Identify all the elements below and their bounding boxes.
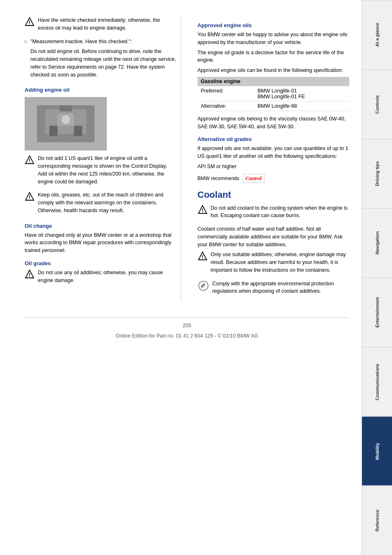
warning-block-1: ! Have the vehicle checked immediately; … bbox=[25, 16, 177, 35]
right-column: Approved engine oils You BMW center will… bbox=[194, 16, 350, 301]
right-sidebar: At a glance Controls Driving tips Naviga… bbox=[362, 0, 392, 555]
svg-point-9 bbox=[61, 115, 71, 125]
svg-rect-6 bbox=[60, 105, 72, 111]
left-column: ! Have the vehicle checked immediately; … bbox=[25, 16, 181, 301]
approved-oils-p1: You BMW center will be happy to advise y… bbox=[198, 31, 350, 46]
svg-rect-7 bbox=[49, 126, 58, 136]
viscosity-text: Approved engine oils belong to the visco… bbox=[198, 115, 350, 131]
sidebar-tab-driving-tips[interactable]: Driving tips bbox=[362, 139, 392, 208]
table-label-alternative: Alternative: bbox=[198, 101, 254, 111]
page-number: 205 bbox=[25, 322, 349, 330]
coolant-warning-text-2: Only use suitable additives; otherwise, … bbox=[211, 251, 350, 274]
main-content: ! Have the vehicle checked immediately; … bbox=[0, 0, 362, 555]
castrol-logo: Castrol bbox=[243, 174, 265, 183]
svg-text:!: ! bbox=[29, 194, 30, 200]
svg-rect-8 bbox=[74, 126, 82, 136]
sidebar-tab-reference[interactable]: Reference bbox=[362, 486, 392, 555]
sidebar-tab-at-a-glance[interactable]: At a glance bbox=[362, 0, 392, 69]
bmw-recommends-label: BMW recommends bbox=[198, 176, 240, 181]
svg-text:!: ! bbox=[29, 158, 30, 164]
approved-oils-p3: Approved engine oils can be found in the… bbox=[198, 67, 350, 74]
engine-oil-image bbox=[25, 97, 107, 150]
coolant-warning-icon-1: ! bbox=[198, 205, 208, 215]
warning-text-1: Have the vehicle checked immediately; ot… bbox=[38, 16, 177, 32]
coolant-p1: Coolant consists of half water and half … bbox=[198, 225, 350, 248]
coolant-warning-block-1: ! Do not add coolant to the cooling syst… bbox=[198, 204, 350, 222]
oil-grades-heading: Oil grades bbox=[25, 260, 177, 266]
warning-icon-2: ! bbox=[25, 155, 35, 165]
legal-text: Online Edition for Part no. 01 41 2 604 … bbox=[25, 332, 349, 340]
coolant-heading: Coolant bbox=[198, 190, 350, 200]
alt-oil-grades-text: If approved oils are not available, you … bbox=[198, 145, 350, 160]
environment-icon bbox=[198, 280, 209, 291]
warning-block-2: ! Do not add 1 US quart/1 liter of engin… bbox=[25, 155, 177, 188]
warning-text-2: Do not add 1 US quart/1 liter of engine … bbox=[38, 155, 177, 185]
svg-text:!: ! bbox=[202, 254, 203, 260]
coolant-warning-text-1: Do not add coolant to the cooling system… bbox=[211, 204, 350, 220]
page-footer: 205 Online Edition for Part no. 01 41 2 … bbox=[25, 317, 349, 340]
warning-block-3: ! Keep oils, greases, etc. out of the re… bbox=[25, 191, 177, 217]
castrol-label: Castrol bbox=[246, 175, 262, 181]
sidebar-tab-mobility[interactable]: Mobility bbox=[362, 416, 392, 486]
warning-text-3: Keep oils, greases, etc. out of the reac… bbox=[38, 191, 177, 214]
bullet-arrow: ▷ bbox=[25, 39, 28, 44]
warning-icon-3: ! bbox=[25, 192, 35, 201]
oil-change-text: Have oil changed only at your BMW center… bbox=[25, 231, 177, 254]
approved-oils-heading: Approved engine oils bbox=[198, 22, 350, 28]
bullet-item: ▷ "Measurement inactive. Have this check… bbox=[25, 38, 177, 81]
sidebar-tab-entertainment[interactable]: Entertainment bbox=[362, 278, 392, 347]
table-header: Gasoline engine bbox=[198, 77, 350, 86]
approved-oils-p2: The engine oil grade is a decisive facto… bbox=[198, 49, 350, 65]
warning-icon-1: ! bbox=[25, 17, 35, 27]
svg-text:!: ! bbox=[29, 20, 30, 25]
table-value-preferred: BMW Longlife-01BMW Longlife-01 FE bbox=[254, 86, 349, 101]
adding-engine-oil-heading: Adding engine oil bbox=[25, 87, 177, 93]
coolant-env-text: Comply with the appropriate environmenta… bbox=[212, 280, 350, 296]
oil-grades-warning-block: ! Do not use any oil additives; otherwis… bbox=[25, 269, 177, 287]
svg-text:!: ! bbox=[29, 272, 30, 278]
svg-text:!: ! bbox=[202, 208, 203, 213]
bullet-detail: Do not add engine oil. Before continuing… bbox=[30, 48, 177, 79]
coolant-env-block: Comply with the appropriate environmenta… bbox=[198, 280, 350, 298]
sidebar-tab-communications[interactable]: Communications bbox=[362, 347, 392, 416]
alt-oil-grades-heading: Alternative oil grades bbox=[198, 136, 350, 142]
oil-change-heading: Oil change bbox=[25, 223, 177, 229]
oil-grades-warning-text: Do not use any oil additives; otherwise,… bbox=[38, 269, 177, 284]
warning-icon-4: ! bbox=[25, 269, 35, 279]
coolant-warning-block-2: ! Only use suitable additives; otherwise… bbox=[198, 251, 350, 276]
engine-oils-table: Gasoline engine Preferred: BMW Longlife-… bbox=[198, 77, 350, 111]
bmw-recommends-block: BMW recommends Castrol bbox=[198, 174, 350, 183]
sidebar-tab-controls[interactable]: Controls bbox=[362, 69, 392, 139]
table-value-alternative: BMW Longlife-98 bbox=[254, 101, 349, 111]
api-sm: API SM or higher bbox=[198, 163, 350, 171]
table-label-preferred: Preferred: bbox=[198, 86, 254, 101]
bullet-label: "Measurement inactive. Have this checked… bbox=[30, 38, 177, 46]
sidebar-tab-navigation[interactable]: Navigation bbox=[362, 208, 392, 278]
coolant-warning-icon-2: ! bbox=[198, 251, 208, 261]
